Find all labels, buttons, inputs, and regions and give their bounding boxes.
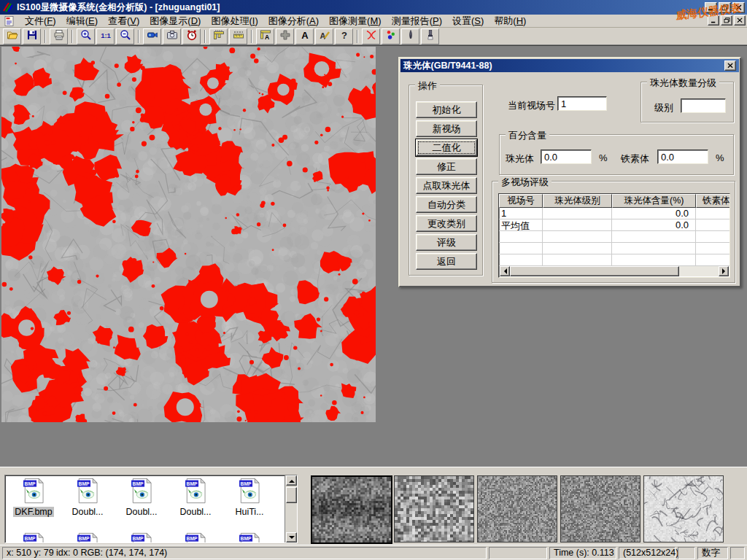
current-field-input[interactable]	[557, 96, 607, 111]
op-button[interactable]: 二值化	[416, 139, 477, 156]
caliper-button[interactable]	[209, 28, 228, 44]
menu-e[interactable]: 编辑(E)	[61, 15, 103, 27]
op-button[interactable]: 初始化	[416, 101, 477, 118]
curve-tool-icon	[365, 29, 377, 43]
file-item[interactable]: BMPDKF.bmp	[7, 478, 61, 517]
level-input[interactable]	[681, 98, 726, 113]
table-row[interactable]	[499, 254, 729, 266]
zoom-out-button[interactable]	[116, 28, 134, 44]
file-name: Doubl...	[124, 507, 158, 517]
file-item[interactable]: BMP	[7, 532, 61, 543]
annotate-button[interactable]: A	[315, 28, 333, 44]
status-cell: Time (s): 0.113	[549, 547, 616, 559]
image-thumbnail[interactable]	[394, 475, 474, 542]
menu-m[interactable]: 图像测量(M)	[324, 15, 387, 27]
file-name: HuiTi...	[233, 507, 265, 517]
menu-d[interactable]: 图像显示(D)	[144, 15, 206, 27]
menu-h[interactable]: 帮助(H)	[489, 15, 531, 27]
table-row[interactable]	[499, 243, 729, 254]
ferrite-percent-input[interactable]	[657, 149, 708, 164]
op-button[interactable]: 点取珠光体	[416, 177, 477, 194]
pen-button[interactable]	[401, 28, 419, 44]
table-cell	[696, 208, 730, 219]
table-column-header[interactable]: 视场号	[499, 194, 543, 208]
ruler-button[interactable]	[229, 28, 247, 44]
table-column-header[interactable]: 珠光体含量(%)	[612, 194, 696, 208]
dialog-close-button[interactable]	[724, 61, 736, 71]
menu-v[interactable]: 查看(V)	[103, 15, 144, 27]
op-button[interactable]: 自动分类	[416, 196, 477, 213]
zoom-in-button[interactable]	[77, 28, 95, 44]
metallographic-image[interactable]	[1, 47, 376, 422]
level-label: 级别	[654, 101, 673, 114]
scroll-left-button[interactable]	[500, 266, 510, 276]
scroll-right-button[interactable]	[719, 266, 729, 276]
scrollbar-thumb[interactable]	[510, 266, 679, 276]
scrollbar-track[interactable]	[679, 266, 719, 276]
image-thumbnail[interactable]	[643, 475, 724, 542]
child-minimize-button[interactable]	[708, 15, 719, 26]
menu-p[interactable]: 测量报告(P)	[387, 15, 447, 27]
op-button[interactable]: 返回	[416, 253, 477, 270]
scroll-up-button[interactable]	[286, 475, 297, 486]
window-restore-button[interactable]	[719, 2, 731, 13]
help-button[interactable]: ?	[335, 28, 353, 44]
child-restore-button[interactable]	[721, 15, 732, 26]
op-button[interactable]: 修正	[416, 158, 477, 175]
file-browser[interactable]: BMPDKF.bmpBMPDoubl...BMPDoubl...BMPDoubl…	[4, 475, 298, 543]
status-cell: (512x512x24)	[619, 547, 676, 559]
menu-a[interactable]: 图像分析(A)	[263, 15, 324, 27]
op-button[interactable]: 新视场	[416, 120, 477, 137]
text-button[interactable]: A	[295, 28, 314, 44]
table-row[interactable]: 平均值0.0	[499, 219, 729, 231]
window-minimize-button[interactable]	[705, 2, 717, 13]
timer-button[interactable]	[182, 28, 201, 44]
file-item[interactable]: BMPDoubl...	[169, 478, 222, 517]
video-camera-button[interactable]	[143, 28, 161, 44]
status-bar: x: 510 y: 79 idx: 0 RGB: (174, 174, 174)…	[0, 545, 747, 560]
file-item[interactable]: BMP	[61, 532, 115, 543]
file-item[interactable]: BMPDoubl...	[61, 478, 115, 517]
file-item[interactable]: BMP	[222, 532, 276, 543]
open-button[interactable]	[3, 28, 21, 44]
child-close-button[interactable]	[734, 15, 746, 26]
pearlite-percent-input[interactable]	[541, 149, 592, 164]
actual-size-button[interactable]: 1:1	[96, 28, 115, 44]
rating-table[interactable]: 视场号珠光体级别珠光体含量(%)铁素体含量(%) 10.0平均值0.0	[498, 193, 730, 278]
brush-button[interactable]	[421, 28, 439, 44]
curve-tool-button[interactable]	[362, 28, 380, 44]
table-cell: 1	[499, 208, 543, 219]
save-button[interactable]	[23, 28, 41, 44]
window-close-button[interactable]	[732, 2, 745, 13]
table-cell	[696, 254, 730, 265]
table-row[interactable]	[499, 231, 729, 243]
image-thumbnail[interactable]	[560, 475, 640, 542]
measure-text-button[interactable]: A	[256, 28, 274, 44]
file-browser-scrollbar[interactable]	[285, 475, 297, 542]
file-item[interactable]: BMPHuiTi...	[222, 478, 276, 517]
menu-i[interactable]: 图像处理(I)	[206, 15, 263, 27]
merge-button[interactable]	[276, 28, 294, 44]
table-cell	[543, 231, 612, 242]
file-item[interactable]: BMPDoubl...	[115, 478, 169, 517]
table-column-header[interactable]: 珠光体级别	[543, 194, 612, 208]
svg-text:BMP: BMP	[187, 536, 198, 541]
scroll-down-button[interactable]	[286, 532, 297, 542]
menu-s[interactable]: 设置(S)	[447, 15, 489, 27]
op-button[interactable]: 评级	[416, 234, 477, 251]
file-item[interactable]: BMP	[169, 532, 222, 543]
print-button[interactable]	[50, 28, 68, 44]
table-horizontal-scrollbar[interactable]	[500, 266, 729, 276]
op-button[interactable]: 更改类别	[416, 215, 477, 232]
scrollbar-thumb[interactable]	[286, 487, 297, 503]
classify-button[interactable]	[382, 28, 400, 44]
table-column-header[interactable]: 铁素体含量(%)	[696, 194, 730, 208]
bmp-file-icon: BMP	[76, 532, 99, 543]
image-thumbnail[interactable]	[477, 475, 557, 542]
dialog-title-bar[interactable]: 珠光体(GB/T9441-88)	[400, 59, 739, 72]
table-row[interactable]: 10.0	[499, 208, 729, 219]
image-thumbnail[interactable]	[311, 475, 392, 544]
menu-f[interactable]: 文件(F)	[20, 15, 61, 27]
file-item[interactable]: BMP	[115, 532, 169, 543]
camera-button[interactable]	[163, 28, 181, 44]
